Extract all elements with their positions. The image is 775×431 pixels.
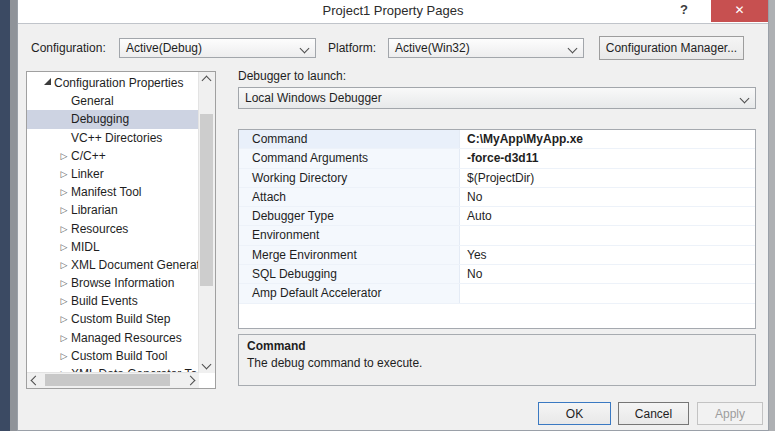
property-value[interactable]: Yes: [460, 246, 755, 264]
property-name: Working Directory: [239, 169, 460, 187]
configuration-label: Configuration:: [31, 38, 106, 58]
platform-select[interactable]: Active(Win32): [388, 38, 584, 58]
collapsed-triangle-icon[interactable]: ▷: [57, 329, 71, 347]
property-row-working-directory[interactable]: Working Directory$(ProjectDir): [239, 169, 755, 188]
ok-button[interactable]: OK: [538, 402, 611, 425]
debugger-value: Local Windows Debugger: [245, 91, 382, 105]
property-name: SQL Debugging: [239, 265, 460, 283]
collapsed-triangle-icon[interactable]: ▷: [57, 165, 71, 183]
description-title: Command: [247, 339, 747, 353]
property-name: Environment: [239, 226, 460, 244]
property-value[interactable]: No: [460, 188, 755, 206]
collapsed-triangle-icon[interactable]: ▷: [57, 292, 71, 310]
configuration-manager-button[interactable]: Configuration Manager...: [599, 36, 744, 60]
tree-item-label: Custom Build Step: [71, 312, 170, 326]
scroll-up-icon[interactable]: [202, 76, 212, 86]
vertical-scroll-thumb[interactable]: [200, 114, 213, 286]
tree-item-general[interactable]: General: [27, 92, 199, 110]
collapsed-triangle-icon[interactable]: ▷: [57, 220, 71, 238]
tree-item-label: XML Document Generator: [71, 258, 199, 272]
tree-item-configuration-properties[interactable]: Configuration Properties: [27, 74, 199, 92]
property-grid: CommandC:\MyApp\MyApp.xeCommand Argument…: [238, 129, 756, 329]
tree-item-label: Manifest Tool: [71, 185, 141, 199]
description-panel: Command The debug command to execute.: [238, 334, 756, 386]
tree-item-managed-resources[interactable]: ▷Managed Resources: [27, 329, 199, 347]
tree-item-custom-build-tool[interactable]: ▷Custom Build Tool: [27, 347, 199, 365]
help-icon[interactable]: ?: [676, 2, 692, 20]
scroll-down-icon[interactable]: [202, 360, 212, 370]
close-icon: ✕: [734, 3, 744, 17]
tree-item-label: Librarian: [71, 203, 118, 217]
tree-item-custom-build-step[interactable]: ▷Custom Build Step: [27, 310, 199, 328]
tree-item-xml-document-generator[interactable]: ▷XML Document Generator: [27, 256, 199, 274]
property-pages-dialog: Project1 Property Pages ? ✕ Configuratio…: [17, 0, 769, 431]
property-value[interactable]: [460, 226, 755, 244]
property-value[interactable]: [460, 284, 755, 302]
tree-item-label: General: [71, 94, 114, 108]
tree-vertical-scrollbar[interactable]: [198, 72, 215, 373]
debugger-to-launch-label: Debugger to launch:: [238, 69, 346, 83]
configuration-value: Active(Debug): [126, 41, 202, 55]
horizontal-scroll-thumb[interactable]: [45, 374, 170, 386]
tree-item-build-events[interactable]: ▷Build Events: [27, 292, 199, 310]
tree-item-librarian[interactable]: ▷Librarian: [27, 201, 199, 219]
tree-item-label: Managed Resources: [71, 331, 182, 345]
tree-item-vc-directories[interactable]: VC++ Directories: [27, 129, 199, 147]
tree-item-label: MIDL: [71, 240, 100, 254]
tree-item-c-c[interactable]: ▷C/C++: [27, 147, 199, 165]
collapsed-triangle-icon[interactable]: ▷: [57, 201, 71, 219]
property-value[interactable]: C:\MyApp\MyApp.xe: [460, 130, 755, 148]
platform-label: Platform:: [328, 38, 376, 58]
collapsed-triangle-icon[interactable]: ▷: [57, 347, 71, 365]
property-value[interactable]: Auto: [460, 207, 755, 225]
expanded-triangle-icon[interactable]: [40, 74, 54, 92]
property-row-merge-environment[interactable]: Merge EnvironmentYes: [239, 246, 755, 265]
property-row-sql-debugging[interactable]: SQL DebuggingNo: [239, 265, 755, 284]
collapsed-triangle-icon[interactable]: ▷: [57, 274, 71, 292]
property-name: Merge Environment: [239, 246, 460, 264]
collapsed-triangle-icon[interactable]: ▷: [57, 183, 71, 201]
config-tree-rows: Configuration PropertiesGeneralDebugging…: [27, 72, 199, 373]
tree-item-midl[interactable]: ▷MIDL: [27, 238, 199, 256]
property-name: Command Arguments: [239, 149, 460, 167]
chevron-down-icon: [740, 94, 750, 104]
tree-item-label: Build Events: [71, 294, 138, 308]
close-button[interactable]: ✕: [711, 0, 768, 22]
dialog-client-area: Configuration: Active(Debug) Platform: A…: [18, 23, 768, 430]
description-text: The debug command to execute.: [247, 356, 747, 370]
debugger-select[interactable]: Local Windows Debugger: [238, 87, 756, 109]
tree-item-label: Browse Information: [71, 276, 174, 290]
scroll-left-icon[interactable]: [31, 376, 41, 386]
property-row-amp-default-accelerator[interactable]: Amp Default Accelerator: [239, 284, 755, 303]
background-left-navy-strip: [0, 0, 10, 431]
cancel-button[interactable]: Cancel: [618, 402, 689, 425]
scroll-right-icon[interactable]: [186, 376, 196, 386]
tree-item-label: Configuration Properties: [54, 76, 183, 90]
platform-value: Active(Win32): [395, 41, 470, 55]
property-row-command-arguments[interactable]: Command Arguments-force-d3d11: [239, 149, 755, 168]
background-right-strip: [769, 0, 775, 431]
configuration-select[interactable]: Active(Debug): [119, 38, 316, 58]
tree-item-debugging[interactable]: Debugging: [27, 110, 199, 128]
property-row-command[interactable]: CommandC:\MyApp\MyApp.xe: [239, 130, 755, 149]
collapsed-triangle-icon[interactable]: ▷: [57, 256, 71, 274]
collapsed-triangle-icon[interactable]: ▷: [57, 238, 71, 256]
tree-item-resources[interactable]: ▷Resources: [27, 220, 199, 238]
dialog-title: Project1 Property Pages: [18, 3, 768, 18]
screen: Project1 Property Pages ? ✕ Configuratio…: [0, 0, 775, 431]
collapsed-triangle-icon[interactable]: ▷: [57, 147, 71, 165]
tree-item-browse-information[interactable]: ▷Browse Information: [27, 274, 199, 292]
property-row-attach[interactable]: AttachNo: [239, 188, 755, 207]
collapsed-triangle-icon[interactable]: ▷: [57, 310, 71, 328]
tree-item-label: VC++ Directories: [71, 131, 162, 145]
property-value[interactable]: -force-d3d11: [460, 149, 755, 167]
property-value[interactable]: $(ProjectDir): [460, 169, 755, 187]
tree-item-linker[interactable]: ▷Linker: [27, 165, 199, 183]
property-value[interactable]: No: [460, 265, 755, 283]
property-row-environment[interactable]: Environment: [239, 226, 755, 245]
apply-button[interactable]: Apply: [697, 402, 763, 425]
tree-horizontal-scrollbar[interactable]: [27, 372, 199, 388]
property-row-debugger-type[interactable]: Debugger TypeAuto: [239, 207, 755, 226]
property-name: Attach: [239, 188, 460, 206]
tree-item-manifest-tool[interactable]: ▷Manifest Tool: [27, 183, 199, 201]
